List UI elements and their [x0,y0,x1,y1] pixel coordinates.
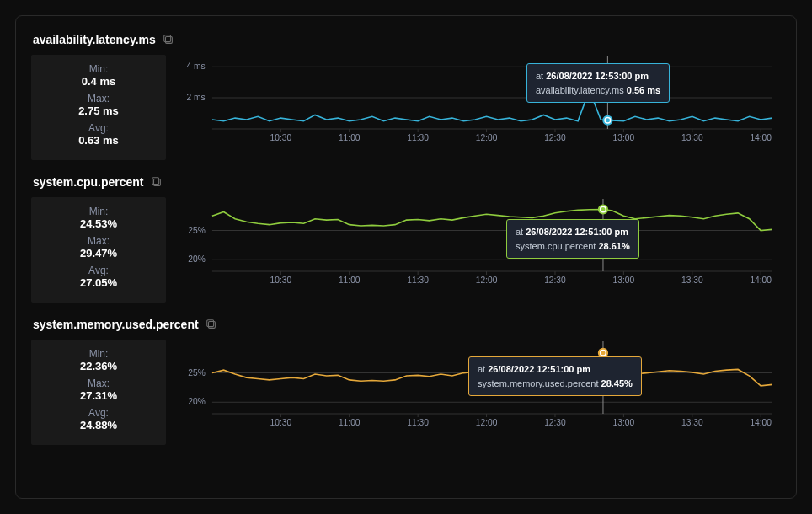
stat-min-value: 24.53% [40,217,158,230]
svg-text:14:00: 14:00 [750,276,772,285]
svg-text:20%: 20% [188,254,205,264]
chart-area[interactable]: 20%25%10:3011:0011:3012:0012:3013:0013:3… [178,340,781,445]
svg-text:25%: 25% [188,226,205,235]
stat-max-value: 27.31% [40,389,158,402]
svg-rect-26 [153,179,160,186]
svg-text:20%: 20% [188,397,205,406]
stat-avg-value: 24.88% [40,419,158,431]
stat-min-value: 22.36% [40,360,158,372]
svg-text:13:00: 13:00 [613,418,635,427]
stats-box: Min: 22.36% Max: 27.31% Avg: 24.88% [31,340,166,445]
stat-avg-label: Avg: [40,122,158,134]
svg-text:25%: 25% [188,368,205,377]
panel-header: availability.latency.ms [31,33,781,46]
svg-point-25 [606,118,610,122]
panel-memory: system.memory.used.percent Min: 22.36% M… [31,318,781,445]
svg-text:11:30: 11:30 [407,418,429,427]
svg-text:11:30: 11:30 [407,133,429,142]
svg-text:10:30: 10:30 [270,418,292,427]
svg-rect-0 [165,37,172,44]
svg-point-77 [601,351,605,355]
stat-avg-label: Avg: [40,265,158,276]
svg-text:11:00: 11:00 [339,418,361,427]
chart-svg: 20%25%10:3011:0011:3012:0012:3013:0013:3… [178,340,781,432]
svg-text:14:00: 14:00 [750,133,772,142]
svg-text:14:00: 14:00 [750,418,772,427]
svg-text:13:30: 13:30 [681,276,703,285]
stat-max-label: Max: [40,377,158,389]
copy-icon[interactable] [163,34,174,46]
stat-avg-label: Avg: [40,407,158,419]
chart-svg: 20%25%10:3011:0011:3012:0012:3013:0013:3… [178,197,781,290]
svg-text:13:00: 13:00 [613,276,635,285]
stat-max-label: Max: [40,235,158,247]
stat-max-value: 2.75 ms [40,104,158,117]
panel-title: system.cpu.percent [33,175,144,189]
svg-rect-27 [152,178,158,185]
svg-rect-1 [164,35,171,42]
stat-min-value: 0.4 ms [40,75,158,88]
dashboard-container: availability.latency.ms Min: 0.4 ms Max:… [15,15,797,499]
svg-rect-53 [206,320,213,327]
stats-box: Min: 0.4 ms Max: 2.75 ms Avg: 0.63 ms [31,55,166,160]
svg-text:13:30: 13:30 [681,133,703,142]
svg-point-51 [601,207,605,211]
svg-text:10:30: 10:30 [270,276,292,285]
svg-text:12:00: 12:00 [476,276,498,285]
svg-rect-52 [208,322,215,329]
svg-text:11:30: 11:30 [407,276,429,285]
stat-max-label: Max: [40,93,158,104]
svg-text:12:00: 12:00 [476,133,498,142]
svg-text:12:30: 12:30 [544,276,566,285]
svg-text:13:30: 13:30 [681,418,703,427]
panel-header: system.memory.used.percent [31,318,781,331]
svg-text:2 ms: 2 ms [187,93,206,102]
chart-area[interactable]: 20%25%10:3011:0011:3012:0012:3013:0013:3… [178,197,781,303]
chart-svg: 2 ms4 ms10:3011:0011:3012:0012:3013:0013… [178,55,781,147]
stat-min-label: Min: [40,206,158,217]
copy-icon[interactable] [206,319,217,330]
panel-latency: availability.latency.ms Min: 0.4 ms Max:… [31,33,781,160]
panel-header: system.cpu.percent [31,175,781,189]
svg-text:12:30: 12:30 [544,418,566,427]
svg-text:11:00: 11:00 [339,276,361,285]
copy-icon[interactable] [151,176,163,188]
stat-min-label: Min: [40,348,158,360]
stats-box: Min: 24.53% Max: 29.47% Avg: 27.05% [31,197,166,303]
panel-title: availability.latency.ms [33,33,156,46]
stat-avg-value: 0.63 ms [40,134,158,147]
svg-text:12:00: 12:00 [476,418,498,427]
stat-avg-value: 27.05% [40,276,158,289]
svg-text:13:00: 13:00 [613,133,635,142]
stat-max-value: 29.47% [40,247,158,260]
chart-area[interactable]: 2 ms4 ms10:3011:0011:3012:0012:3013:0013… [178,55,781,160]
panel-cpu: system.cpu.percent Min: 24.53% Max: 29.4… [31,175,781,303]
svg-text:10:30: 10:30 [270,133,292,142]
svg-text:4 ms: 4 ms [187,62,206,71]
svg-text:11:00: 11:00 [339,133,361,142]
svg-text:12:30: 12:30 [544,133,566,142]
panel-title: system.memory.used.percent [33,318,199,331]
stat-min-label: Min: [40,63,158,75]
